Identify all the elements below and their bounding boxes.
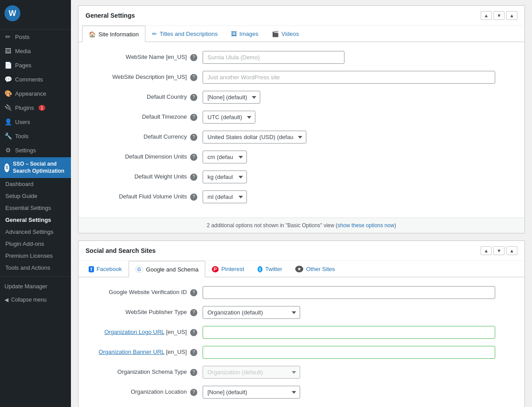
ss-tab-other-sites[interactable]: ★Other Sites [289, 261, 341, 277]
sidebar-item-media[interactable]: 🖼Media [0, 44, 71, 58]
pinterest-ss-tab-icon: P [212, 266, 219, 272]
google-verification-input[interactable] [203, 286, 495, 299]
org-banner-url-help-icon[interactable]: ? [190, 349, 197, 356]
sidebar-sub-general-settings[interactable]: General Settings [0, 214, 71, 226]
plugins-badge: 1 [39, 105, 46, 111]
website-name-label: WebSite Name [en_US] ? [87, 54, 203, 61]
social-sites-title: Social and Search Sites [86, 247, 156, 254]
default-currency-help-icon[interactable]: ? [190, 134, 197, 141]
sidebar-item-users[interactable]: 👤Users [0, 115, 71, 129]
sidebar-sub-advanced-settings[interactable]: Advanced Settings [0, 226, 71, 238]
sidebar-label: Pages [15, 62, 31, 69]
org-banner-url-input[interactable] [203, 346, 495, 359]
sidebar-label: Plugins [15, 105, 34, 111]
comments-icon: 💬 [4, 76, 12, 83]
general-settings-panel: General Settings ▲ ▼ ▲ 🏠Site Information… [78, 5, 525, 233]
ss-tab-pinterest[interactable]: PPinterest [205, 261, 251, 277]
default-weight-select[interactable]: kg (defaul [203, 171, 247, 183]
org-schema-type-label: Organization Schema Type ? [87, 368, 203, 376]
sidebar-sso-parent[interactable]: SSSO – Social and Search Optimization [0, 157, 71, 178]
website-description-control [203, 71, 516, 84]
show-options-link[interactable]: show these options now [337, 222, 394, 229]
website-description-help-icon[interactable]: ? [190, 74, 197, 81]
org-banner-url-link-label[interactable]: Organization Banner URL [98, 349, 164, 355]
sidebar-sub-dashboard[interactable]: Dashboard [0, 178, 71, 190]
publisher-type-select[interactable]: Organization (default) [203, 306, 300, 319]
ss-field-row-org-banner-url: Organization Banner URL [en_US] ? [87, 346, 516, 359]
field-row-default-country: Default Country ?[None] (default) [87, 91, 516, 104]
default-dimension-label: Default Dimension Units ? [87, 153, 203, 161]
org-logo-url-link-label[interactable]: Organization Logo URL [104, 329, 164, 335]
media-icon: 🖼 [4, 47, 12, 54]
org-location-help-icon[interactable]: ? [190, 389, 197, 396]
ss-tab-google-schema[interactable]: GGoogle and Schema [129, 261, 205, 277]
pinterest-ss-tab-label: Pinterest [221, 266, 244, 272]
publisher-type-help-icon[interactable]: ? [190, 309, 197, 316]
ss-field-row-org-location: Organization Location ?[None] (default) [87, 386, 516, 399]
default-country-select[interactable]: [None] (default) [203, 91, 260, 104]
website-description-input[interactable] [203, 71, 495, 84]
twitter-ss-tab-icon: t [258, 266, 263, 272]
default-dimension-select[interactable]: cm (defau [203, 151, 247, 163]
sidebar-label: Settings [15, 147, 36, 154]
sidebar-item-settings[interactable]: ⚙Settings [0, 143, 71, 157]
org-location-select[interactable]: [None] (default) [203, 386, 300, 399]
tab-images[interactable]: 🖼Images [224, 26, 265, 42]
org-logo-url-input[interactable] [203, 326, 495, 339]
sidebar-item-plugins[interactable]: 🔌Plugins1 [0, 101, 71, 115]
default-timezone-select[interactable]: UTC (default) [203, 111, 255, 124]
ss-field-row-org-schema-type: Organization Schema Type ?Organization (… [87, 366, 516, 379]
sidebar-update-manager[interactable]: Update Manager [0, 279, 71, 293]
info-bar-text: 2 additional options not shown in "Basic… [207, 222, 396, 229]
sidebar-sub-tools-and-actions[interactable]: Tools and Actions [0, 262, 71, 274]
ss-panel-down-btn[interactable]: ▼ [493, 246, 505, 255]
default-dimension-help-icon[interactable]: ? [190, 154, 197, 161]
ss-panel-collapse-btn[interactable]: ▲ [506, 246, 517, 255]
tab-titles-descriptions[interactable]: ✏Titles and Descriptions [145, 26, 224, 42]
tab-site-information[interactable]: 🏠Site Information [82, 26, 145, 42]
sidebar-item-appearance[interactable]: 🎨Appearance [0, 86, 71, 101]
default-weight-label: Default Weight Units ? [87, 173, 203, 181]
sidebar-sub-premium-licenses[interactable]: Premium Licenses [0, 250, 71, 262]
collapse-menu-button[interactable]: ◀Collapse menu [0, 293, 71, 306]
ss-tab-facebook[interactable]: fFacebook [82, 261, 129, 277]
field-row-default-fluid: Default Fluid Volume Units ?ml (defaul [87, 190, 516, 203]
default-currency-label: Default Currency ? [87, 133, 203, 141]
default-fluid-select[interactable]: ml (defaul [203, 190, 247, 203]
website-description-label: WebSite Description [en_US] ? [87, 74, 203, 81]
org-schema-type-help-icon[interactable]: ? [190, 369, 197, 376]
org-logo-url-help-icon[interactable]: ? [190, 329, 197, 336]
sidebar-label: Appearance [15, 90, 46, 97]
update-manager-label: Update Manager [4, 283, 47, 290]
default-fluid-help-icon[interactable]: ? [190, 194, 197, 201]
default-country-help-icon[interactable]: ? [190, 94, 197, 101]
field-row-website-description: WebSite Description [en_US] ? [87, 71, 516, 84]
ss-tab-twitter[interactable]: tTwitter [251, 261, 289, 277]
sidebar-sub-setup-guide[interactable]: Setup Guide [0, 190, 71, 202]
sidebar-item-comments[interactable]: 💬Comments [0, 72, 71, 86]
ss-panel-up-btn[interactable]: ▲ [481, 246, 492, 255]
website-name-input[interactable] [203, 51, 344, 64]
panel-collapse-btn[interactable]: ▲ [506, 11, 517, 20]
social-sites-form: Google Website Verification ID ?WebSite … [78, 277, 524, 407]
org-banner-url-label: Organization Banner URL [en_US] ? [87, 349, 203, 356]
default-timezone-help-icon[interactable]: ? [190, 114, 197, 121]
google-verification-help-icon[interactable]: ? [190, 289, 197, 296]
sidebar-label: Users [15, 119, 30, 125]
sidebar-sub-plugin-addons[interactable]: Plugin Add-ons [0, 238, 71, 250]
sidebar-item-tools[interactable]: 🔧Tools [0, 129, 71, 143]
tab-videos[interactable]: 🎬Videos [265, 26, 306, 42]
social-sites-tabs: fFacebookGGoogle and SchemaPPinteresttTw… [78, 261, 524, 277]
sidebar-label: Media [15, 48, 31, 54]
twitter-ss-tab-label: Twitter [265, 266, 282, 272]
general-settings-controls: ▲ ▼ ▲ [481, 11, 517, 20]
sidebar-sub-essential-settings[interactable]: Essential Settings [0, 202, 71, 214]
website-name-help-icon[interactable]: ? [190, 54, 197, 61]
facebook-ss-tab-label: Facebook [97, 266, 122, 272]
sidebar-item-pages[interactable]: 📄Pages [0, 58, 71, 72]
panel-up-btn[interactable]: ▲ [481, 11, 492, 20]
default-weight-help-icon[interactable]: ? [190, 174, 197, 181]
panel-down-btn[interactable]: ▼ [493, 11, 505, 20]
default-currency-select[interactable]: United States dollar (USD) (defau [203, 131, 306, 143]
sidebar-item-posts[interactable]: ✏Posts [0, 30, 71, 44]
